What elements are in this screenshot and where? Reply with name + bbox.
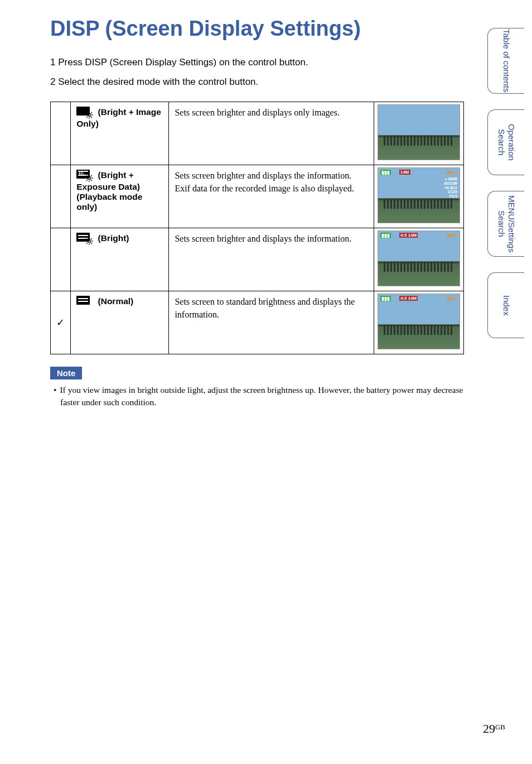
svg-line-15 xyxy=(91,180,92,181)
svg-point-9 xyxy=(88,176,91,180)
tab-table-of-contents[interactable]: Table of contents xyxy=(487,28,524,94)
overlay-mode: 4:3 14M xyxy=(399,233,418,238)
battery-icon: ▮▮▮ xyxy=(380,296,391,301)
svg-line-6 xyxy=(91,117,92,118)
preview-thumbnail: ▮▮▮ 4:3 14M 96▭ xyxy=(378,230,460,286)
tab-label: MENU/Settings Search xyxy=(496,191,516,256)
battery-icon: ▮▮▮ xyxy=(380,170,391,175)
mode-label-cell: (Normal) xyxy=(71,291,169,354)
bright-image-only-icon xyxy=(76,107,93,119)
mode-label-cell: (Bright) xyxy=(71,228,169,291)
mode-label: (Normal) xyxy=(95,296,133,306)
sun-icon xyxy=(85,111,93,119)
mode-label: (Bright) xyxy=(95,233,129,243)
svg-point-18 xyxy=(88,239,91,243)
check-cell xyxy=(51,165,71,228)
sun-icon xyxy=(85,174,93,182)
tab-label: Table of contents xyxy=(501,29,511,92)
svg-line-26 xyxy=(91,238,92,239)
mode-label-cell: (Bright + Image Only) xyxy=(71,102,169,165)
table-row: (Bright) Sets screen brighter and displa… xyxy=(51,228,464,291)
mode-desc: Sets screen to standard brightness and d… xyxy=(169,291,374,354)
side-tabs: Table of contents Operation Search MENU/… xyxy=(487,28,532,354)
svg-line-5 xyxy=(86,112,88,113)
step-1: 1 Press DISP (Screen Display Settings) o… xyxy=(50,54,499,71)
table-row: (Bright + Image Only) Sets screen bright… xyxy=(51,102,464,165)
svg-line-25 xyxy=(86,243,88,244)
overlay-exif: ● AWBISO100+0.3EV1/125F3.5 xyxy=(444,177,457,198)
table-row: (Bright + Exposure Data) (Playback mode … xyxy=(51,165,464,228)
battery-icon: ▮▮▮ xyxy=(380,233,391,238)
svg-line-16 xyxy=(86,180,88,181)
overlay-count: 96▭ xyxy=(447,233,457,238)
step-2: 2 Select the desired mode with the contr… xyxy=(50,74,499,91)
note-text: •If you view images in bright outside li… xyxy=(50,384,468,408)
mode-desc: Sets screen brighter and displays the in… xyxy=(169,165,374,228)
preview-thumbnail xyxy=(378,104,460,160)
tab-label: Operation Search xyxy=(496,110,516,175)
svg-line-7 xyxy=(86,117,88,118)
normal-icon xyxy=(76,296,93,308)
svg-line-23 xyxy=(86,238,88,239)
sun-icon xyxy=(85,237,93,245)
instructions: 1 Press DISP (Screen Display Settings) o… xyxy=(50,54,499,90)
svg-line-8 xyxy=(91,112,92,113)
check-cell xyxy=(51,228,71,291)
svg-line-24 xyxy=(91,243,92,244)
table-row: ✓ (Normal) Sets screen to standard brigh… xyxy=(51,291,464,354)
overlay-count: 96▭ xyxy=(447,296,457,301)
mode-desc: Sets screen brighter and displays only i… xyxy=(169,102,374,165)
tab-label: Index xyxy=(501,295,511,316)
overlay-count: 96▭ xyxy=(447,170,457,175)
bright-exposure-icon xyxy=(76,170,93,182)
bullet-icon: • xyxy=(54,385,60,395)
page-number: 29GB xyxy=(483,722,505,736)
mode-label-cell: (Bright + Exposure Data) (Playback mode … xyxy=(71,165,169,228)
page-title: DISP (Screen Display Settings) xyxy=(50,17,499,41)
tab-operation-search[interactable]: Operation Search xyxy=(487,109,524,175)
svg-line-17 xyxy=(91,175,92,176)
modes-table: (Bright + Image Only) Sets screen bright… xyxy=(50,102,464,354)
note-label: Note xyxy=(50,367,82,379)
check-cell xyxy=(51,102,71,165)
bright-icon xyxy=(76,233,93,245)
tab-menu-settings-search[interactable]: MENU/Settings Search xyxy=(487,191,524,257)
thumb-cell: ▮▮▮ 4:3 14M 96▭ xyxy=(374,291,463,354)
preview-thumbnail: ▮▮▮ 4:3 14M 96▭ xyxy=(378,294,460,349)
preview-thumbnail: ▮▮▮ 14M 96▭ ● AWBISO100+0.3EV1/125F3.5 xyxy=(378,167,460,223)
overlay-mode: 14M xyxy=(399,170,410,175)
check-cell: ✓ xyxy=(51,291,71,354)
thumb-cell: ▮▮▮ 4:3 14M 96▭ xyxy=(374,228,463,291)
svg-point-0 xyxy=(88,113,91,117)
svg-line-14 xyxy=(86,175,88,176)
mode-desc: Sets screen brighter and displays the in… xyxy=(169,228,374,291)
overlay-mode: 4:3 14M xyxy=(399,296,418,301)
tab-index[interactable]: Index xyxy=(487,272,524,338)
thumb-cell: ▮▮▮ 14M 96▭ ● AWBISO100+0.3EV1/125F3.5 xyxy=(374,165,463,228)
thumb-cell xyxy=(374,102,463,165)
